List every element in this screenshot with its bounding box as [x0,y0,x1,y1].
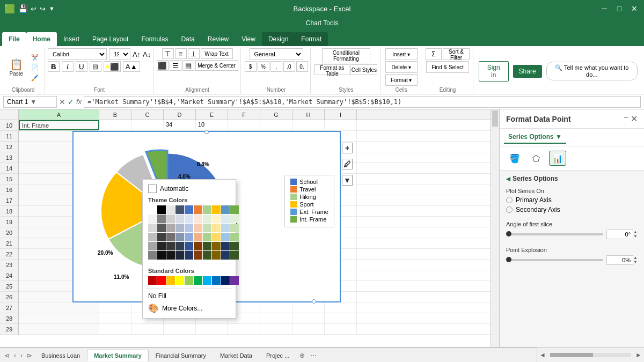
row-12[interactable]: 12 [0,142,18,152]
secondary-axis-radio-row[interactable]: Secondary Axis [506,206,638,213]
vertical-scrollbar[interactable] [491,109,499,347]
format-button[interactable]: Format ▾ [385,74,418,86]
row-13[interactable]: 13 [0,152,18,163]
theme-color-swatch[interactable] [175,251,184,260]
theme-color-swatch[interactable] [221,251,230,260]
standard-color-swatch[interactable] [185,276,193,285]
theme-color-swatch[interactable] [194,215,202,223]
explosion-slider[interactable] [506,259,603,261]
theme-color-swatch[interactable] [157,215,166,223]
theme-color-swatch[interactable] [185,215,193,223]
standard-color-swatch[interactable] [194,276,202,285]
theme-color-swatch[interactable] [212,242,221,250]
row-26[interactable]: 26 [0,292,18,302]
row-25[interactable]: 25 [0,281,18,292]
cell-c10[interactable] [131,120,164,130]
explosion-input[interactable] [606,255,633,265]
panel-close-button[interactable]: ✕ [631,114,638,124]
cell-styles-button[interactable]: Cell Styles [350,64,377,75]
theme-color-swatch[interactable] [203,215,211,223]
standard-color-swatch[interactable] [157,276,166,285]
row-14[interactable]: 14 [0,163,18,174]
align-top-button[interactable]: ⊤ [162,48,174,59]
row-15[interactable]: 15 [0,174,18,184]
theme-color-swatch[interactable] [230,224,239,232]
name-box-arrow[interactable]: ▼ [30,98,36,106]
theme-color-swatch[interactable] [166,205,175,214]
theme-color-swatch[interactable] [194,205,202,214]
align-middle-button[interactable]: ≡ [175,48,187,59]
primary-axis-radio[interactable] [506,197,513,203]
scroll-right-button[interactable]: ► [633,351,644,359]
more-sheets-button[interactable]: ⋯ [308,352,319,359]
theme-color-swatch[interactable] [166,233,175,241]
cancel-formula-icon[interactable]: ✕ [59,98,65,106]
copy-button[interactable]: 📄 [29,63,41,72]
row-22[interactable]: 22 [0,249,18,260]
theme-color-swatch[interactable] [185,251,193,260]
theme-color-swatch[interactable] [175,215,184,223]
sheet-tab-market-data[interactable]: Market Data [213,350,259,361]
explosion-slider-thumb[interactable] [506,257,511,262]
font-size-select[interactable]: 19 [109,48,130,60]
standard-color-swatch[interactable] [166,276,175,285]
cell-e10[interactable]: 10 [196,120,228,130]
theme-color-swatch[interactable] [157,233,166,241]
theme-color-swatch[interactable] [203,233,211,241]
sheet-tab-business-loan[interactable]: Business Loan [34,350,87,361]
theme-color-swatch[interactable] [175,242,184,250]
theme-color-swatch[interactable] [194,224,202,232]
theme-color-swatch[interactable] [148,251,157,260]
sort-filter-button[interactable]: Sort & Filter [443,48,470,60]
increase-decimal-button[interactable]: .0 [283,61,295,72]
standard-color-swatch[interactable] [221,276,230,285]
redo-icon[interactable]: ↪ [40,5,46,13]
theme-color-swatch[interactable] [221,215,230,223]
no-fill-option[interactable]: No Fill [146,291,232,301]
save-icon[interactable]: 💾 [18,4,27,13]
scroll-left-button[interactable]: ◄ [537,351,548,359]
primary-axis-radio-row[interactable]: Primary Axis [506,196,638,204]
theme-color-swatch[interactable] [203,205,211,214]
col-header-c[interactable]: C [131,109,164,120]
automatic-color-option[interactable]: Automatic [146,183,232,195]
theme-color-swatch[interactable] [221,205,230,214]
maximize-button[interactable]: □ [614,3,625,14]
theme-color-swatch[interactable] [148,215,157,223]
font-name-select[interactable]: Calibri [48,48,107,60]
tab-review[interactable]: Review [201,32,235,46]
theme-color-swatch[interactable] [230,251,239,260]
tab-home[interactable]: Home [26,32,57,46]
row-21[interactable]: 21 [0,238,18,249]
theme-color-swatch[interactable] [212,215,221,223]
decrease-decimal-button[interactable]: 0. [296,61,308,72]
conditional-formatting-button[interactable]: Conditional Formatting [322,48,370,63]
undo-icon[interactable]: ↩ [31,5,36,13]
h-scroll-track[interactable] [550,353,631,357]
theme-color-swatch[interactable] [194,251,202,260]
angle-slider-thumb[interactable] [506,231,511,237]
sheet-tab-market-summary[interactable]: Market Summary [87,350,149,361]
close-button[interactable]: ✕ [629,3,640,14]
name-box[interactable]: Chart 1 ▼ [3,96,57,108]
angle-down-arrow[interactable]: ▼ [633,234,638,239]
tab-formulas[interactable]: Formulas [135,32,174,46]
theme-color-swatch[interactable] [148,205,157,214]
align-left-button[interactable]: ⬛ [157,60,169,71]
explosion-down-arrow[interactable]: ▼ [633,260,638,264]
minimize-button[interactable]: ─ [599,3,610,14]
cell-h10[interactable] [292,120,325,130]
comma-button[interactable]: , [270,61,282,72]
tab-view[interactable]: View [235,32,262,46]
theme-color-swatch[interactable] [185,224,193,232]
col-header-d[interactable]: D [164,109,196,120]
row-10[interactable]: 10 [0,120,18,131]
theme-color-swatch[interactable] [212,251,221,260]
col-header-f[interactable]: F [228,109,260,120]
cell-i10[interactable] [325,120,357,130]
theme-color-swatch[interactable] [194,242,202,250]
theme-color-swatch[interactable] [203,251,211,260]
angle-slider[interactable] [506,233,603,235]
sheet-nav-prev[interactable]: ‹ [12,351,18,360]
formula-input[interactable]: ='Market Summary'!$B$4,'Market Summary'!… [84,96,641,108]
